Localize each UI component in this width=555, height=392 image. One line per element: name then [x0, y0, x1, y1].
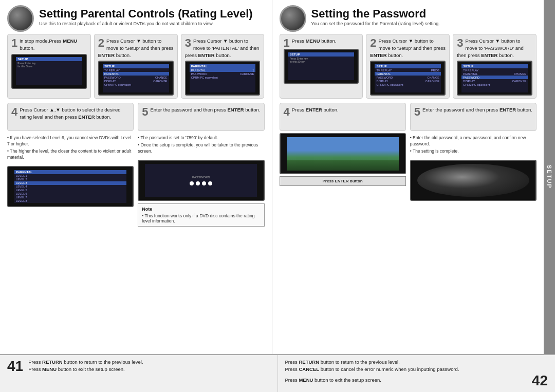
left-screen-5: PASSWORD	[138, 160, 264, 201]
left-screen-2: SETUP TV REPLAY PARENTAL PASSWORDCHANGE …	[98, 61, 174, 96]
dot-1	[190, 181, 194, 185]
right-screen-3: SETUP TV REPLAY PARENTALCHANGE PASSWORD …	[457, 61, 532, 96]
note-content: • This function works only if a DVD disc…	[142, 213, 260, 223]
left-screen-1-title: SETUP	[16, 57, 82, 61]
right-screen-3-item3: PASSWORD	[461, 76, 528, 79]
right-step-1-text: Press MENU button.	[292, 38, 337, 44]
left-note-5-1: The password is set to '7890' by default…	[138, 135, 264, 141]
left-step-3-number: 3	[185, 38, 191, 49]
right-step-4-text: Press ENTER button.	[292, 107, 339, 113]
right-screen-4-landscape	[287, 137, 399, 171]
right-step-5: 5 Enter the password and then press ENTE…	[410, 103, 536, 131]
right-step-5-number: 5	[414, 106, 420, 118]
left-step-3-text: Press Cursor ▼ button to move to 'PARENT…	[185, 38, 260, 58]
left-steps-top: 1 in stop mode,Press MENU button. SETUP …	[7, 34, 265, 99]
right-screen-2-inner: SETUP TV REPLAYPROG PARENTAL PASSWORDCHA…	[375, 64, 441, 92]
dot-3	[202, 181, 206, 185]
dot-2	[196, 181, 200, 185]
footer-bar: 41 Press RETURN button to return to the …	[0, 354, 555, 392]
left-note-4-1: If you have selected Level 6, you cannot…	[7, 135, 134, 147]
left-step-5-number: 5	[142, 106, 148, 118]
note-box: Note • This function works only if a DVD…	[138, 203, 264, 227]
left-screen-4-title: PARENTAL	[14, 170, 126, 174]
left-screen-4-item8: LEVEL 8	[14, 199, 126, 203]
left-screen-2-item1: TV REPLAY	[103, 68, 169, 72]
right-screen-1-inner: SETUP Press Enter keyfor this Show	[288, 52, 355, 80]
right-screen-3-title: SETUP	[461, 64, 528, 68]
setup-tab: SETUP	[544, 0, 555, 354]
right-note-5-2: The setting is complete.	[410, 148, 536, 155]
right-step-4-number: 4	[284, 106, 290, 118]
left-screen-5-inner: PASSWORD	[145, 164, 257, 197]
footer-left: 41 Press RETURN button to return to the …	[0, 355, 278, 392]
note-title: Note	[142, 207, 260, 212]
left-step-4-text: Press Cursor ▲,▼ button to select the de…	[20, 107, 120, 120]
right-step-3-text: Press Cursor ▼ button to move to 'PASSWO…	[457, 38, 524, 58]
footer-right-line3: Press MENU button to exit the setup scre…	[285, 377, 527, 383]
footer-right-line3-row: Press MENU button to exit the setup scre…	[285, 374, 548, 388]
left-screen-4-item5: LEVEL 5	[14, 189, 126, 192]
left-screen-1-text: Press Enter keyfor this Show	[16, 61, 82, 68]
left-screen-2-item4: DISPLAYCARONSE	[103, 79, 169, 83]
left-steps-bottom: 4 Press Cursor ▲,▼ button to select the …	[7, 103, 265, 229]
right-screen-1-title: SETUP	[288, 52, 355, 57]
left-screen-4-item1: LEVEL 1	[14, 174, 126, 178]
right-note-5-1: Enter the old password, a new password, …	[410, 135, 536, 147]
right-step-2-number: 2	[370, 38, 376, 49]
right-step-1-number: 1	[284, 38, 290, 49]
right-step-3: 3 Press Cursor ▼ button to move to 'PASS…	[453, 34, 536, 99]
right-subtitle: You can set the password for the Parenta…	[311, 21, 440, 26]
left-screen-3-title: PARENTAL	[190, 64, 256, 68]
left-screen-2-item3: PASSWORDCHANGE	[103, 76, 169, 79]
page-number-right: 42	[532, 374, 548, 388]
left-notes-5: The password is set to '7890' by default…	[138, 133, 264, 158]
left-section: Setting Parental Controls (Rating Level)…	[0, 0, 272, 354]
left-screen-3: PARENTAL PARENTAL1 PASSWORDCARONSE CPRM …	[185, 61, 261, 96]
landscape-ground	[287, 160, 399, 170]
right-header: Setting the Password You can set the pas…	[280, 5, 537, 32]
right-screen-5	[410, 160, 536, 201]
right-notes-5: Enter the old password, a new password, …	[410, 133, 536, 158]
footer-right-line1: Press RETURN button to return to the pre…	[285, 359, 548, 365]
left-screen-4-item3: LEVEL 3	[14, 181, 126, 185]
left-screen-4-item2: LEVEL 2	[14, 178, 126, 181]
right-step-4: 4 Press ENTER button.	[280, 103, 406, 131]
left-col-bottom-left: 4 Press Cursor ▲,▼ button to select the …	[7, 103, 134, 229]
right-step-5-text: Enter the password and then press ENTER …	[422, 107, 532, 113]
footer-right: Press RETURN button to return to the pre…	[278, 355, 556, 392]
right-step-1: 1 Press MENU button. SETUP Press Enter k…	[280, 34, 363, 99]
footer-right-line2: Press CANCEL button to cancel the error …	[285, 366, 548, 372]
right-col-bottom-right: 5 Enter the password and then press ENTE…	[410, 103, 536, 201]
left-step-2-number: 2	[98, 38, 104, 49]
footer-left-line1: Press RETURN button to return to the pre…	[7, 359, 270, 365]
right-screen-5-lens	[417, 164, 529, 197]
right-screen-1-text: Press Enter keyfor this Show	[288, 57, 355, 64]
right-screen-2-item2: PARENTAL	[375, 72, 441, 76]
right-screen-3-item4: DISPLAYCARONSE	[461, 79, 528, 83]
right-screen-2-item3: PASSWORDCHANGE	[375, 76, 441, 79]
right-screen-4	[280, 133, 406, 174]
right-screen-3-item2: PARENTALCHANGE	[461, 72, 528, 76]
camera-icon-left	[7, 5, 34, 32]
right-screen-2-item4: DISPLAYCARONSE	[375, 79, 441, 83]
right-screen-2: SETUP TV REPLAYPROG PARENTAL PASSWORDCHA…	[370, 61, 446, 96]
right-screen-3-inner: SETUP TV REPLAY PARENTALCHANGE PASSWORD …	[461, 64, 528, 92]
left-screen-2-item5: CPRM PC equivalent	[103, 83, 169, 86]
left-step-5: 5 Enter the password and then press ENTE…	[138, 103, 264, 131]
left-step-1-text: in stop mode,Press MENU button.	[20, 38, 77, 51]
left-step-1: 1 in stop mode,Press MENU button. SETUP …	[7, 34, 91, 99]
left-step-4-number: 4	[11, 106, 17, 118]
right-section: Setting the Password You can set the pas…	[272, 0, 544, 354]
left-step-2-text: Press Cursor ▼ button to move to 'Setup'…	[98, 38, 174, 58]
right-screen-2-item1: TV REPLAYPROG	[375, 68, 441, 72]
left-screen-4-item7: LEVEL 7	[14, 196, 126, 199]
right-col-bottom-left: 4 Press ENTER button. Press ENTER button	[280, 103, 406, 201]
footer-left-line2: Press MENU button to exit the setup scre…	[7, 366, 270, 372]
left-screen-5-label: PASSWORD	[192, 176, 210, 179]
right-step-2-text: Press Cursor ▼ button to move to 'Setup'…	[370, 38, 446, 58]
right-screen-1: SETUP Press Enter keyfor this Show	[284, 49, 359, 84]
right-screen-3-item1: TV REPLAY	[461, 68, 528, 72]
right-step-3-number: 3	[457, 38, 463, 49]
right-screen-3-item5: CPRM PC equivalent	[461, 83, 528, 86]
left-screen-4: PARENTAL LEVEL 1 LEVEL 2 LEVEL 3 LEVEL 4…	[7, 166, 134, 207]
